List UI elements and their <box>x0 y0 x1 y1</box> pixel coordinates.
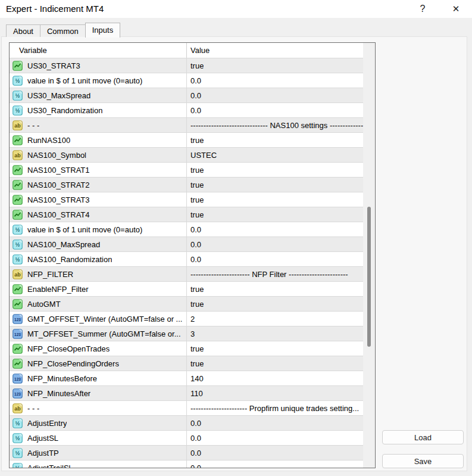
variable-value[interactable]: 0.0 <box>190 76 201 85</box>
variable-value[interactable]: true <box>190 195 204 204</box>
help-button[interactable]: ? <box>412 0 433 18</box>
table-row[interactable]: 123 MT_OFFSET_Summer (AutoGMT=false or..… <box>10 326 363 341</box>
variable-value[interactable]: 140 <box>190 374 204 383</box>
value-cell[interactable]: 0.0 <box>187 431 363 445</box>
variable-value[interactable]: 0.0 <box>190 434 201 443</box>
value-cell[interactable]: 0.0 <box>187 252 363 266</box>
value-cell[interactable]: true <box>187 163 363 177</box>
variable-value[interactable]: ------------------------------ NAS100 se… <box>190 121 363 130</box>
variable-name: NAS100_STRAT1 <box>27 166 90 175</box>
variable-value[interactable]: true <box>190 166 204 175</box>
table-row[interactable]: NAS100_STRAT1 true <box>10 163 363 178</box>
variable-value[interactable]: true <box>190 359 204 368</box>
variable-cell: ½ AdjustTP <box>10 446 187 460</box>
value-cell[interactable]: 0.0 <box>187 103 363 117</box>
table-row[interactable]: EnableNFP_Filter true <box>10 282 363 297</box>
tab-common[interactable]: Common <box>40 24 86 37</box>
variable-value[interactable]: 0.0 <box>190 106 201 115</box>
table-row[interactable]: ½ NAS100_Randomization 0.0 <box>10 252 363 267</box>
table-row[interactable]: ½ AdjustEntry 0.0 <box>10 416 363 431</box>
value-cell[interactable]: 2 <box>187 312 363 326</box>
tab-inputs[interactable]: Inputs <box>85 23 120 38</box>
variable-value[interactable]: USTEC <box>190 151 217 160</box>
value-cell[interactable]: 0.0 <box>187 237 363 251</box>
title-bar: Expert - Indicement MT4 ? ✕ <box>0 0 472 18</box>
table-row[interactable]: ½ US30_MaxSpread 0.0 <box>10 88 363 103</box>
scrollbar-thumb[interactable] <box>367 207 371 347</box>
value-cell[interactable]: USTEC <box>187 148 363 162</box>
variable-value[interactable]: ---------------------- Propfirm unique t… <box>190 404 359 413</box>
int-type-icon: 123 <box>12 329 23 339</box>
value-cell[interactable]: 140 <box>187 371 363 385</box>
variable-value[interactable]: 0.0 <box>190 255 201 264</box>
value-cell[interactable]: true <box>187 207 363 222</box>
value-cell[interactable]: 0.0 <box>187 461 363 468</box>
variable-cell: NAS100_STRAT2 <box>10 178 187 192</box>
table-row[interactable]: ½ US30_Randomization 0.0 <box>10 103 363 118</box>
value-cell[interactable]: ---------------------- Propfirm unique t… <box>187 401 363 415</box>
table-row[interactable]: ½ AdjustSL 0.0 <box>10 431 363 446</box>
table-row[interactable]: ab - - - ------------------------------ … <box>10 118 363 133</box>
table-row[interactable]: ½ AdjustTP 0.0 <box>10 446 363 461</box>
table-row[interactable]: NFP_CloseOpenTrades true <box>10 341 363 356</box>
close-button[interactable]: ✕ <box>446 0 466 18</box>
value-cell[interactable]: true <box>187 356 363 371</box>
table-row[interactable]: US30_STRAT3 true <box>10 58 363 73</box>
value-cell[interactable]: 0.0 <box>187 88 363 102</box>
table-row[interactable]: ½ AdjustTrailSl 0.0 <box>10 461 363 468</box>
value-cell[interactable]: 0.0 <box>187 222 363 237</box>
variable-value[interactable]: 0.0 <box>190 449 201 458</box>
table-row[interactable]: 123 NFP_MinutesAfter 110 <box>10 386 363 401</box>
table-row[interactable]: ab NAS100_Symbol USTEC <box>10 148 363 163</box>
variable-value[interactable]: true <box>190 136 204 145</box>
value-cell[interactable]: 110 <box>187 386 363 400</box>
variable-value[interactable]: 0.0 <box>190 463 201 468</box>
variable-value[interactable]: 0.0 <box>190 419 201 428</box>
variable-value[interactable]: 2 <box>190 315 195 323</box>
table-row[interactable]: 123 NFP_MinutesBefore 140 <box>10 371 363 386</box>
save-button[interactable]: Save <box>382 454 464 468</box>
variable-value[interactable]: 0.0 <box>190 225 201 234</box>
table-row[interactable]: ½ value in $ of 1 unit move (0=auto) 0.0 <box>10 73 363 88</box>
table-row[interactable]: ab NFP_FILTER ----------------------- NF… <box>10 267 363 282</box>
load-button[interactable]: Load <box>382 430 464 444</box>
value-cell[interactable]: true <box>187 192 363 207</box>
value-cell[interactable]: true <box>187 341 363 356</box>
table-row[interactable]: ½ value in $ of 1 unit move (0=auto) 0.0 <box>10 222 363 237</box>
variable-value[interactable]: 3 <box>190 329 195 338</box>
value-cell[interactable]: 0.0 <box>187 73 363 88</box>
variable-value[interactable]: 0.0 <box>190 240 201 249</box>
column-header-variable[interactable]: Variable <box>10 43 187 58</box>
table-row[interactable]: ½ NAS100_MaxSpread 0.0 <box>10 237 363 252</box>
value-cell[interactable]: ------------------------------ NAS100 se… <box>187 118 363 132</box>
vertical-scrollbar[interactable] <box>363 43 375 468</box>
value-cell[interactable]: 0.0 <box>187 446 363 460</box>
value-cell[interactable]: true <box>187 282 363 296</box>
variable-value[interactable]: true <box>190 344 204 353</box>
table-row[interactable]: ab - - - ---------------------- Propfirm… <box>10 401 363 416</box>
value-cell[interactable]: 0.0 <box>187 416 363 430</box>
value-cell[interactable]: ----------------------- NFP Filter -----… <box>187 267 363 281</box>
table-row[interactable]: NAS100_STRAT3 true <box>10 192 363 207</box>
variable-value[interactable]: true <box>190 181 204 189</box>
variable-value[interactable]: true <box>190 210 204 219</box>
table-row[interactable]: NAS100_STRAT4 true <box>10 207 363 222</box>
value-cell[interactable]: true <box>187 58 363 73</box>
value-cell[interactable]: true <box>187 133 363 147</box>
variable-value[interactable]: true <box>190 285 204 294</box>
variable-value[interactable]: ----------------------- NFP Filter -----… <box>190 270 348 279</box>
column-header-value[interactable]: Value <box>187 43 363 58</box>
table-row[interactable]: 123 GMT_OFFSET_Winter (AutoGMT=false or … <box>10 312 363 326</box>
variable-value[interactable]: true <box>190 61 204 70</box>
table-row[interactable]: AutoGMT true <box>10 297 363 312</box>
table-row[interactable]: RunNAS100 true <box>10 133 363 148</box>
variable-value[interactable]: true <box>190 300 204 309</box>
value-cell[interactable]: 3 <box>187 326 363 341</box>
value-cell[interactable]: true <box>187 297 363 311</box>
table-row[interactable]: NAS100_STRAT2 true <box>10 178 363 192</box>
variable-value[interactable]: 110 <box>190 389 203 398</box>
value-cell[interactable]: true <box>187 178 363 192</box>
variable-value[interactable]: 0.0 <box>190 91 201 100</box>
tab-about[interactable]: About <box>6 24 40 37</box>
table-row[interactable]: NFP_ClosePendingOrders true <box>10 356 363 371</box>
